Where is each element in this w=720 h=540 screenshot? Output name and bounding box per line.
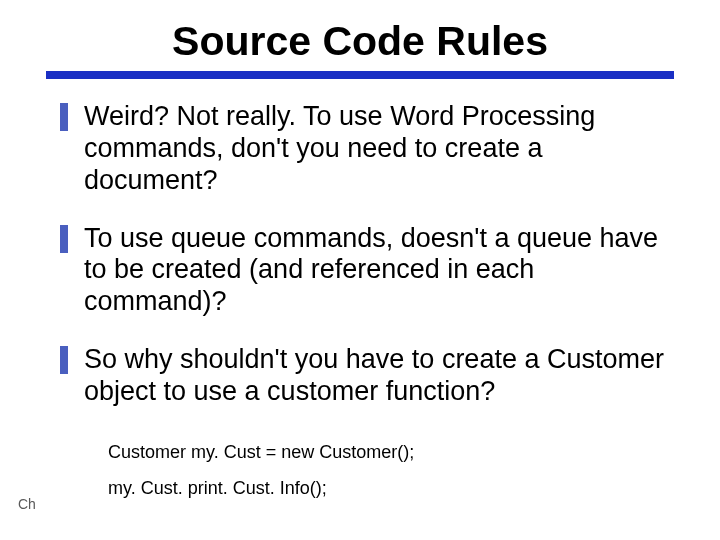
code-line: my. Cust. print. Cust. Info(); bbox=[108, 470, 664, 506]
bullet-text: So why shouldn't you have to create a Cu… bbox=[84, 344, 664, 408]
bullet-item: So why shouldn't you have to create a Cu… bbox=[60, 344, 664, 408]
code-line: Customer my. Cust = new Customer(); bbox=[108, 434, 664, 470]
footer-text: Ch bbox=[18, 496, 36, 512]
bullet-icon bbox=[60, 103, 68, 131]
slide-title: Source Code Rules bbox=[0, 0, 720, 71]
code-block: Customer my. Cust = new Customer(); my. … bbox=[108, 434, 664, 506]
bullet-item: Weird? Not really. To use Word Processin… bbox=[60, 101, 664, 197]
bullet-icon bbox=[60, 346, 68, 374]
bullet-text: Weird? Not really. To use Word Processin… bbox=[84, 101, 664, 197]
bullet-text: To use queue commands, doesn't a queue h… bbox=[84, 223, 664, 319]
bullet-item: To use queue commands, doesn't a queue h… bbox=[60, 223, 664, 319]
bullet-icon bbox=[60, 225, 68, 253]
slide-body: Weird? Not really. To use Word Processin… bbox=[0, 101, 720, 506]
title-divider bbox=[46, 71, 674, 79]
slide: Source Code Rules Weird? Not really. To … bbox=[0, 0, 720, 540]
